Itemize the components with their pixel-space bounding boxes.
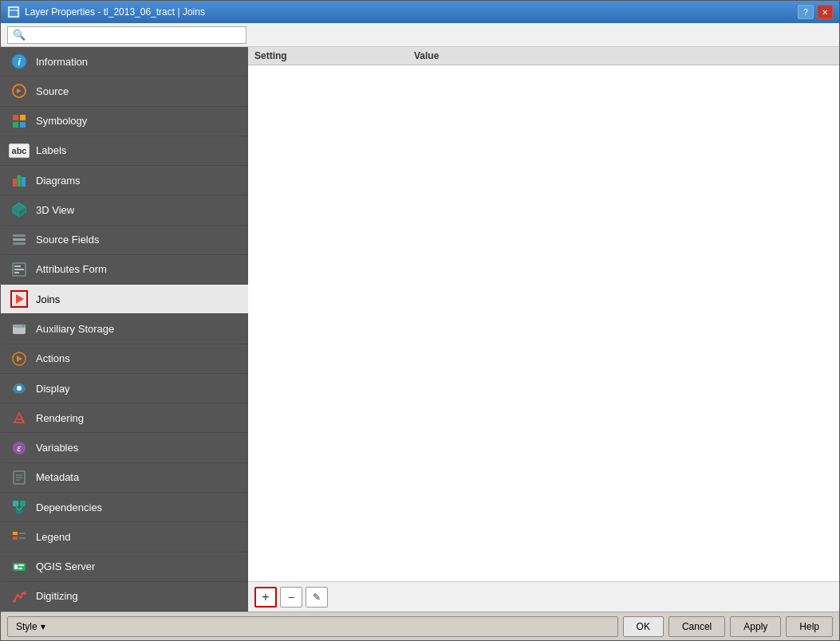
sidebar-item-symbology[interactable]: Symbology [1, 107, 248, 136]
footer-left: Style ▾ [7, 616, 618, 637]
qgisserver-icon [10, 558, 28, 576]
diagrams-icon [10, 171, 28, 189]
svg-rect-22 [14, 272, 19, 273]
main-content: i Information Source [1, 47, 839, 612]
symbology-label: Symbology [36, 115, 87, 127]
svg-text:ε: ε [18, 443, 22, 453]
rendering-label: Rendering [36, 412, 84, 424]
svg-rect-11 [22, 177, 26, 187]
legend-icon [10, 528, 28, 545]
sidebar-item-digitizing[interactable]: Digitizing [1, 582, 248, 612]
svg-point-50 [23, 592, 26, 595]
svg-rect-10 [18, 175, 22, 187]
sidebar-item-actions[interactable]: Actions [1, 344, 248, 374]
joins-label: Joins [36, 293, 60, 305]
layer-properties-window: Layer Properties - tl_2013_06_tract | Jo… [0, 0, 840, 641]
attributesform-label: Attributes Form [36, 263, 107, 275]
svg-rect-7 [13, 122, 18, 128]
svg-rect-47 [18, 564, 24, 566]
remove-join-button[interactable]: − [280, 587, 302, 608]
3dview-icon [10, 201, 28, 218]
sidebar-item-qgisserver[interactable]: QGIS Server [1, 553, 248, 582]
sourcefields-label: Source Fields [36, 234, 99, 246]
dependencies-label: Dependencies [36, 501, 102, 513]
svg-rect-5 [13, 115, 18, 120]
svg-rect-17 [13, 238, 26, 241]
attributesform-icon [10, 261, 28, 278]
sidebar-item-legend[interactable]: Legend [1, 522, 248, 552]
svg-point-28 [17, 386, 22, 391]
search-box: 🔍 [7, 26, 246, 44]
sidebar-item-diagrams[interactable]: Diagrams [1, 166, 248, 195]
dependencies-icon [10, 498, 28, 516]
legend-label: Legend [36, 531, 70, 543]
metadata-label: Metadata [36, 471, 79, 483]
display-icon [10, 379, 28, 397]
sidebar-item-dependencies[interactable]: Dependencies [1, 493, 248, 522]
svg-rect-38 [16, 508, 22, 513]
window-controls: ? ✕ [798, 5, 833, 19]
svg-rect-41 [13, 532, 18, 535]
sidebar-item-3dview[interactable]: 3D View [1, 195, 248, 225]
sidebar-item-labels[interactable]: abc Labels [1, 136, 248, 166]
sidebar-item-source[interactable]: Source [1, 77, 248, 106]
close-window-btn[interactable]: ✕ [817, 5, 833, 19]
col-value-header: Value [414, 50, 833, 61]
sidebar-item-display[interactable]: Display [1, 374, 248, 403]
ok-button[interactable]: OK [623, 616, 664, 637]
joins-icon [10, 290, 28, 308]
svg-marker-23 [16, 294, 24, 304]
footer-bar: Style ▾ OK Cancel Apply Help [1, 612, 839, 640]
search-icon: 🔍 [13, 29, 26, 41]
add-join-button[interactable]: + [254, 587, 277, 608]
svg-rect-21 [14, 269, 24, 270]
svg-rect-37 [20, 501, 26, 506]
right-panel: Setting Value + − ✎ [248, 47, 839, 612]
sidebar-item-joins[interactable]: Joins [1, 285, 248, 314]
sidebar-item-variables[interactable]: ε Variables [1, 433, 248, 462]
auxiliarystorage-label: Auxiliary Storage [36, 323, 114, 335]
sidebar-item-sourcefields[interactable]: Source Fields [1, 226, 248, 255]
sidebar-item-attributesform[interactable]: Attributes Form [1, 255, 248, 285]
style-button[interactable]: Style ▾ [7, 616, 618, 637]
actions-label: Actions [36, 352, 70, 364]
edit-join-button[interactable]: ✎ [306, 587, 328, 608]
search-input[interactable] [29, 29, 241, 41]
sidebar: i Information Source [1, 47, 248, 612]
style-dropdown-arrow: ▾ [41, 621, 45, 632]
edit-icon: ✎ [313, 592, 321, 603]
auxiliarystorage-icon [10, 320, 28, 338]
labels-icon: abc [10, 142, 28, 159]
sidebar-item-information[interactable]: i Information [1, 47, 248, 77]
join-action-bar: + − ✎ [248, 581, 839, 612]
actions-icon [10, 350, 28, 368]
svg-rect-48 [18, 568, 22, 569]
display-label: Display [36, 383, 70, 395]
sidebar-item-rendering[interactable]: Rendering [1, 403, 248, 433]
svg-point-49 [13, 600, 16, 603]
table-body [248, 65, 839, 581]
svg-rect-46 [14, 564, 18, 569]
svg-point-26 [22, 324, 25, 327]
sidebar-item-metadata[interactable]: Metadata [1, 463, 248, 493]
apply-button[interactable]: Apply [730, 616, 781, 637]
col-setting-header: Setting [254, 50, 414, 61]
labels-label: Labels [36, 144, 66, 156]
sidebar-item-auxiliarystorage[interactable]: Auxiliary Storage [1, 314, 248, 344]
source-icon [10, 82, 28, 100]
search-toolbar: 🔍 [1, 23, 839, 47]
cancel-button[interactable]: Cancel [668, 616, 725, 637]
help-button[interactable]: Help [786, 616, 833, 637]
svg-text:i: i [18, 56, 21, 68]
help-window-btn[interactable]: ? [798, 5, 814, 19]
digitizing-label: Digitizing [36, 590, 78, 602]
window-title: Layer Properties - tl_2013_06_tract | Jo… [25, 6, 798, 18]
svg-rect-6 [20, 115, 26, 120]
svg-rect-36 [13, 501, 18, 506]
svg-rect-18 [13, 242, 26, 245]
title-bar: Layer Properties - tl_2013_06_tract | Jo… [1, 1, 839, 23]
metadata-icon [10, 469, 28, 486]
svg-rect-9 [13, 179, 17, 187]
sourcefields-icon [10, 231, 28, 249]
information-label: Information [36, 56, 88, 68]
